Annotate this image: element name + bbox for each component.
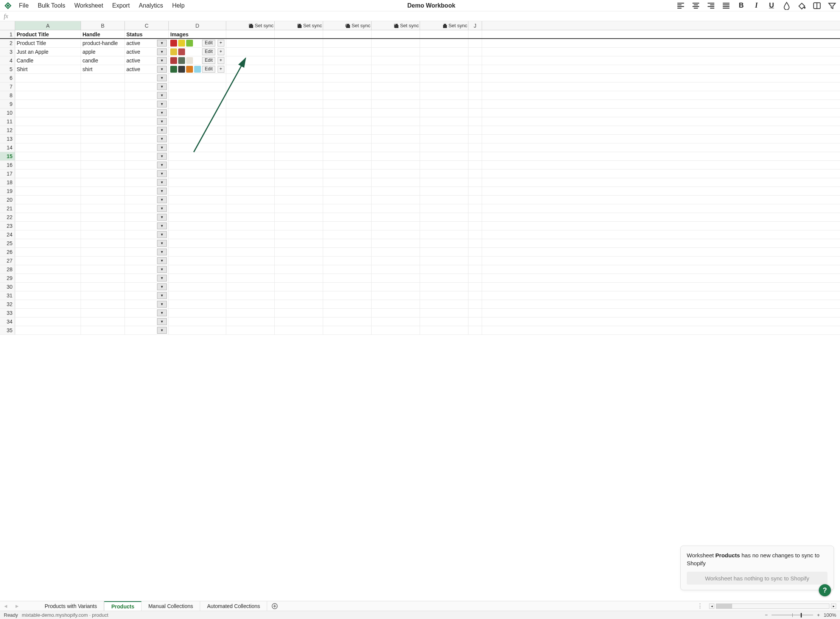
cell[interactable]	[81, 317, 125, 326]
status-dropdown[interactable]: ▼	[157, 118, 167, 125]
status-dropdown[interactable]: ▼	[157, 327, 167, 334]
cell[interactable]: ▼	[125, 204, 169, 213]
cell[interactable]	[15, 100, 81, 108]
cell[interactable]	[226, 126, 275, 134]
cell[interactable]	[275, 65, 323, 73]
cell[interactable]: ▼	[125, 265, 169, 274]
cell[interactable]	[169, 126, 226, 134]
cell[interactable]	[226, 117, 275, 126]
status-dropdown[interactable]: ▼	[157, 266, 167, 273]
row-header[interactable]: 27	[0, 257, 15, 265]
add-sheet-button[interactable]	[267, 601, 282, 611]
cell[interactable]	[15, 248, 81, 256]
cell[interactable]	[323, 74, 372, 82]
cell[interactable]	[15, 300, 81, 308]
cell[interactable]	[420, 300, 468, 308]
cell[interactable]: ▼	[125, 91, 169, 100]
add-image-button[interactable]: +	[218, 66, 224, 73]
cell[interactable]	[275, 117, 323, 126]
help-fab[interactable]: ?	[819, 584, 831, 596]
cell[interactable]	[372, 300, 420, 308]
cell[interactable]	[275, 152, 323, 160]
cell[interactable]	[420, 239, 468, 247]
cell[interactable]	[226, 317, 275, 326]
cell[interactable]	[323, 187, 372, 195]
fill-bucket-icon[interactable]	[798, 2, 806, 10]
cell[interactable]	[323, 65, 372, 73]
cell[interactable]	[275, 239, 323, 247]
cell[interactable]	[275, 39, 323, 47]
cell[interactable]	[81, 300, 125, 308]
cell[interactable]	[323, 265, 372, 274]
cell[interactable]	[468, 74, 482, 82]
cell[interactable]: candle	[81, 56, 125, 65]
zoom-minus[interactable]: −	[765, 612, 768, 618]
cell[interactable]	[323, 222, 372, 230]
cell[interactable]: ▼	[125, 300, 169, 308]
cell[interactable]: product-handle	[81, 39, 125, 47]
cell[interactable]	[372, 239, 420, 247]
bold-button[interactable]: B	[737, 2, 745, 10]
status-dropdown[interactable]: ▼	[157, 144, 167, 151]
cell[interactable]	[468, 222, 482, 230]
row-header[interactable]: 23	[0, 222, 15, 230]
cell[interactable]	[275, 91, 323, 100]
cell[interactable]	[275, 178, 323, 187]
cell[interactable]	[169, 82, 226, 91]
status-dropdown[interactable]: ▼	[157, 83, 167, 90]
cell[interactable]	[420, 309, 468, 317]
cell[interactable]	[468, 135, 482, 143]
cell[interactable]	[468, 170, 482, 178]
cell[interactable]: Edit+	[169, 48, 226, 56]
row-header[interactable]: 18	[0, 178, 15, 187]
hscroll-left[interactable]: ◂	[709, 603, 714, 609]
status-dropdown[interactable]: ▼	[157, 257, 167, 264]
cell[interactable]: ▼	[125, 274, 169, 282]
cell[interactable]	[420, 100, 468, 108]
cell[interactable]	[372, 170, 420, 178]
cell[interactable]	[15, 222, 81, 230]
row-header[interactable]: 10	[0, 109, 15, 117]
cell[interactable]	[81, 187, 125, 195]
row-header[interactable]: 24	[0, 230, 15, 239]
cell[interactable]	[372, 274, 420, 282]
zoom-slider[interactable]	[772, 614, 813, 616]
cell[interactable]	[372, 196, 420, 204]
cell[interactable]	[15, 161, 81, 169]
cell[interactable]	[226, 300, 275, 308]
column-header-f[interactable]: F Set sync	[275, 21, 323, 30]
cell[interactable]	[226, 74, 275, 82]
cell[interactable]	[226, 265, 275, 274]
cell[interactable]	[323, 300, 372, 308]
cell[interactable]	[420, 283, 468, 291]
cell[interactable]	[226, 143, 275, 152]
cell[interactable]	[420, 291, 468, 300]
cell[interactable]	[169, 117, 226, 126]
cell[interactable]	[372, 222, 420, 230]
cell[interactable]	[275, 204, 323, 213]
row-header[interactable]: 9	[0, 100, 15, 108]
cell[interactable]	[169, 222, 226, 230]
tab-nav-prev[interactable]: ◂	[0, 601, 11, 611]
cell[interactable]	[372, 117, 420, 126]
status-dropdown[interactable]: ▼	[157, 57, 167, 64]
cell[interactable]	[169, 91, 226, 100]
cell[interactable]	[372, 109, 420, 117]
cell[interactable]	[275, 283, 323, 291]
cell[interactable]	[226, 56, 275, 65]
edit-images-button[interactable]: Edit	[202, 40, 215, 47]
cell[interactable]	[468, 126, 482, 134]
cell[interactable]	[81, 74, 125, 82]
cell[interactable]	[275, 109, 323, 117]
align-left-icon[interactable]	[677, 2, 685, 10]
image-thumbnail[interactable]	[178, 57, 185, 64]
cell[interactable]: ▼	[125, 326, 169, 334]
cell[interactable]	[15, 187, 81, 195]
cell[interactable]	[420, 135, 468, 143]
cell[interactable]	[275, 100, 323, 108]
add-image-button[interactable]: +	[218, 48, 224, 55]
status-dropdown[interactable]: ▼	[157, 48, 167, 55]
row-header[interactable]: 3	[0, 48, 15, 56]
status-dropdown[interactable]: ▼	[157, 196, 167, 203]
status-dropdown[interactable]: ▼	[157, 292, 167, 299]
